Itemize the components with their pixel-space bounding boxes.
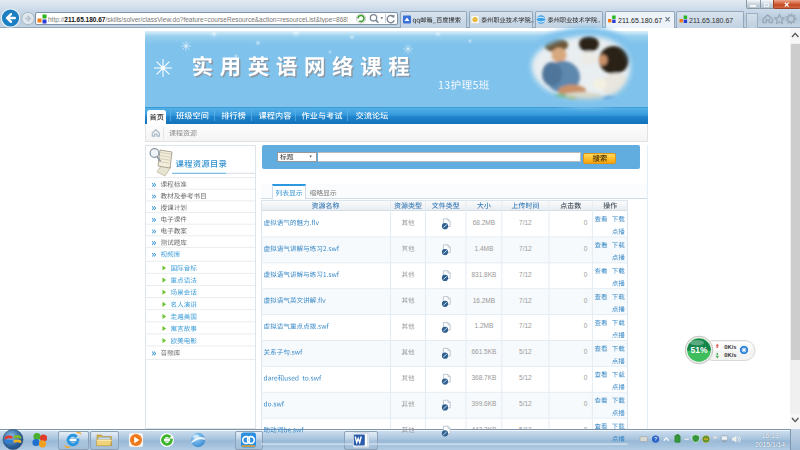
svg-text:51%: 51%	[690, 345, 707, 355]
svg-text:?: ?	[654, 436, 657, 442]
svg-text:0K/s: 0K/s	[724, 344, 736, 350]
svg-text:0K/s: 0K/s	[724, 352, 736, 358]
